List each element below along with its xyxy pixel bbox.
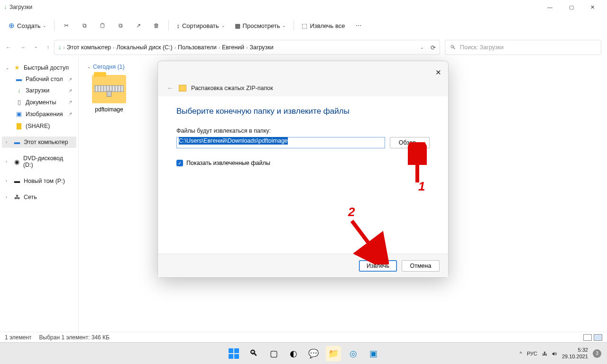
drive-icon: ▬ bbox=[13, 178, 21, 184]
extract-all-button[interactable]: ⬚ Извлечь все bbox=[298, 18, 349, 34]
network-icon[interactable]: 🖧︎ bbox=[542, 351, 547, 356]
taskview-icon[interactable]: ▢ bbox=[266, 346, 281, 361]
volume-icon[interactable]: 🔊︎ bbox=[552, 351, 557, 356]
download-icon: ↓ bbox=[58, 44, 61, 51]
chevron-down-icon: ⌄ bbox=[87, 64, 91, 69]
chevron-right-icon: › bbox=[6, 159, 10, 164]
image-icon: ▣ bbox=[15, 110, 23, 118]
search-input[interactable]: 🔍︎ Поиск: Загрузки bbox=[445, 40, 601, 55]
sidebar-item-pictures[interactable]: ▣Изображения📌︎ bbox=[2, 108, 76, 120]
view-button[interactable]: ▦ Просмотреть ⌄ bbox=[231, 18, 290, 34]
dialog-heading: Выберите конечную папку и извлеките файл… bbox=[176, 107, 430, 116]
maximize-button[interactable]: ▢ bbox=[561, 0, 582, 14]
explorer-icon[interactable]: 📁 bbox=[326, 346, 341, 361]
share-icon[interactable]: ↗ bbox=[130, 18, 147, 34]
sidebar-item-share[interactable]: ▇(SHARE) bbox=[2, 120, 76, 132]
download-icon: ↓ bbox=[4, 4, 7, 10]
back-icon[interactable]: ← bbox=[166, 84, 174, 92]
sidebar-item-dvd[interactable]: ›◉DVD-дисковод (D:) bbox=[2, 153, 76, 171]
chevron-down-icon: ⌄ bbox=[6, 65, 10, 70]
show-extracted-checkbox[interactable]: ✓ Показать извлеченные файлы bbox=[176, 160, 430, 166]
destination-input[interactable]: C:\Users\Евгений\Downloads\pdftoimage bbox=[176, 137, 385, 148]
new-button[interactable]: ⊕ Создать ⌄ bbox=[5, 18, 50, 34]
file-label: pdftoimage bbox=[87, 106, 131, 113]
search-placeholder: Поиск: Загрузки bbox=[460, 44, 504, 51]
cancel-button[interactable]: Отмена bbox=[402, 260, 440, 272]
download-icon: ↓ bbox=[15, 87, 23, 94]
up-button[interactable]: ↑ bbox=[46, 44, 49, 51]
close-icon[interactable]: ✕ bbox=[435, 68, 441, 77]
extract-button[interactable]: Извлечь bbox=[359, 260, 397, 272]
forward-button[interactable]: → bbox=[20, 44, 26, 51]
back-button[interactable]: ← bbox=[6, 44, 11, 51]
sidebar: ⌄ ★ Быстрый доступ ▬Рабочий стол📌︎ ↓Загр… bbox=[0, 58, 78, 337]
sidebar-item-documents[interactable]: ▯Документы📌︎ bbox=[2, 96, 76, 108]
close-button[interactable]: ✕ bbox=[582, 0, 603, 14]
breadcrumb[interactable]: Локальный диск (C:) bbox=[116, 44, 172, 51]
svg-rect-2 bbox=[229, 354, 233, 359]
notification-badge[interactable]: 3 bbox=[593, 349, 601, 358]
zip-icon bbox=[179, 85, 186, 91]
breadcrumb[interactable]: Загрузки bbox=[249, 44, 273, 51]
chevron-down-icon: ⌄ bbox=[43, 23, 46, 28]
delete-icon[interactable]: 🗑︎ bbox=[148, 18, 165, 34]
refresh-icon[interactable]: ⟳ bbox=[431, 44, 436, 51]
view-grid-icon[interactable] bbox=[594, 334, 602, 341]
widgets-icon[interactable]: ◐ bbox=[286, 346, 301, 361]
sort-icon: ↕ bbox=[176, 22, 180, 29]
clock[interactable]: 5:32 29.10.2021 bbox=[562, 347, 588, 359]
star-icon: ★ bbox=[13, 64, 21, 71]
breadcrumb[interactable]: Пользователи bbox=[178, 44, 217, 51]
more-icon[interactable]: ⋯ bbox=[350, 18, 367, 34]
store-icon[interactable]: ▣ bbox=[366, 346, 381, 361]
item-count: 1 элемент bbox=[5, 334, 32, 341]
browse-button[interactable]: Обзор... bbox=[390, 137, 430, 148]
quick-access[interactable]: ⌄ ★ Быстрый доступ bbox=[2, 62, 76, 73]
selection-info: Выбран 1 элемент: 346 КБ bbox=[39, 334, 110, 341]
svg-rect-0 bbox=[229, 348, 233, 353]
copy-icon[interactable]: ⧉ bbox=[76, 18, 92, 34]
chat-icon[interactable]: 💬 bbox=[306, 346, 321, 361]
paste-icon[interactable]: 📋︎ bbox=[94, 18, 110, 34]
chevron-down-icon: ⌄ bbox=[282, 23, 286, 28]
file-item-pdftoimage[interactable]: pdftoimage bbox=[87, 75, 131, 113]
quick-access-label: Быстрый доступ bbox=[24, 64, 69, 71]
breadcrumb[interactable]: Евгений bbox=[222, 44, 244, 51]
sidebar-item-network[interactable]: ›🖧︎Сеть bbox=[2, 191, 76, 203]
checkbox-icon: ✓ bbox=[176, 160, 183, 166]
cut-icon[interactable]: ✂ bbox=[58, 18, 74, 34]
titlebar: ↓ Загрузки — ▢ ✕ bbox=[0, 0, 607, 14]
search-icon[interactable]: 🔍︎ bbox=[246, 346, 261, 361]
svg-rect-3 bbox=[234, 354, 239, 359]
minimize-button[interactable]: — bbox=[539, 0, 561, 14]
svg-rect-1 bbox=[234, 348, 239, 353]
sort-button[interactable]: ↕ Сортировать ⌄ bbox=[173, 18, 229, 34]
chevron-right-icon: › bbox=[6, 140, 10, 145]
sort-label: Сортировать bbox=[182, 22, 219, 29]
folder-icon: ▇ bbox=[15, 122, 23, 129]
chevron-down-icon[interactable]: ⌄ bbox=[34, 44, 38, 51]
chevron-down-icon: ⌄ bbox=[221, 23, 225, 28]
rename-icon[interactable]: ⧉ bbox=[112, 18, 129, 34]
sidebar-item-desktop[interactable]: ▬Рабочий стол📌︎ bbox=[2, 73, 76, 85]
chevron-down-icon[interactable]: ⌄ bbox=[420, 45, 424, 50]
address-bar[interactable]: ↓ › Этот компьютер› Локальный диск (C:)›… bbox=[54, 40, 440, 55]
chevron-right-icon: › bbox=[6, 195, 10, 200]
sidebar-item-volume[interactable]: ›▬Новый том (P:) bbox=[2, 175, 76, 187]
annotation-number-2: 2 bbox=[348, 205, 355, 219]
plus-icon: ⊕ bbox=[9, 21, 15, 30]
language-indicator[interactable]: РУС bbox=[527, 351, 537, 356]
view-list-icon[interactable] bbox=[583, 334, 592, 341]
extract-dialog: ✕ ← Распаковка сжатых ZIP-папок Выберите… bbox=[157, 61, 449, 278]
sidebar-item-downloads[interactable]: ↓Загрузки📌︎ bbox=[2, 85, 76, 96]
view-label: Просмотреть bbox=[243, 22, 280, 29]
breadcrumb[interactable]: Этот компьютер bbox=[67, 44, 111, 51]
sidebar-item-this-pc[interactable]: ›▬Этот компьютер bbox=[2, 136, 76, 148]
start-button[interactable] bbox=[226, 346, 241, 361]
dialog-title: Распаковка сжатых ZIP-папок bbox=[191, 85, 273, 91]
disc-icon: ◉ bbox=[13, 158, 20, 165]
taskbar: 🔍︎ ▢ ◐ 💬 📁 ◎ ▣ ^ РУС 🖧︎ 🔊︎ 5:32 29.10.20… bbox=[0, 342, 607, 364]
tray-chevron-icon[interactable]: ^ bbox=[520, 351, 522, 356]
edge-icon[interactable]: ◎ bbox=[346, 346, 361, 361]
chevron-right-icon: › bbox=[6, 179, 10, 183]
